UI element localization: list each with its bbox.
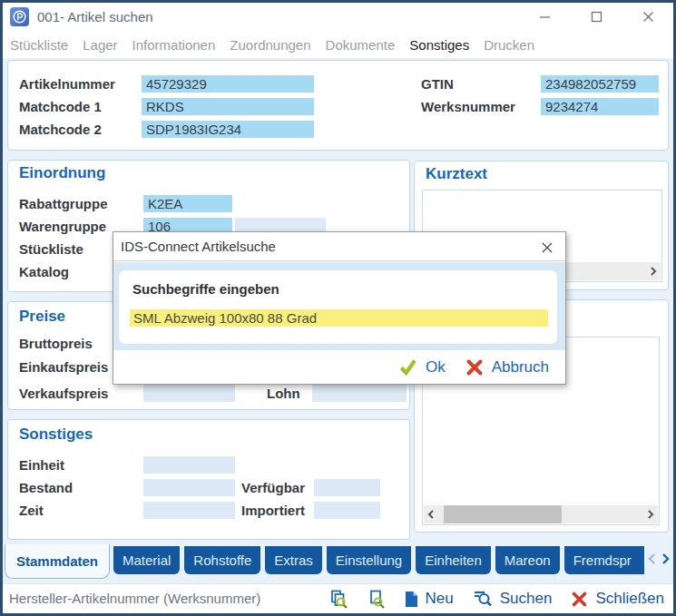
suchen-label: Suchen: [500, 590, 553, 608]
dialog-title: IDS-Connect Artikelsuche: [121, 232, 276, 261]
dialog-prompt: Suchbegriffe eingeben: [132, 281, 279, 297]
rabattgruppe-label: Rabattgruppe: [19, 195, 108, 213]
matchcode2-field[interactable]: SDP1983IG234: [142, 121, 314, 138]
artikelnummer-field[interactable]: 45729329: [142, 75, 314, 93]
lohn-label: Lohn: [267, 385, 300, 403]
tab-stammdaten[interactable]: Stammdaten: [5, 544, 110, 579]
documents-magnifier-icon: [329, 590, 348, 609]
zeit-field[interactable]: [143, 502, 235, 519]
minimize-button[interactable]: [531, 3, 558, 31]
matchcode1-label: Matchcode 1: [19, 98, 102, 116]
menu-drucken[interactable]: Drucken: [484, 37, 534, 53]
document-icon: [405, 591, 418, 608]
menu-stueckliste[interactable]: Stückliste: [10, 37, 68, 53]
einordnung-title: Einordnung: [19, 164, 105, 182]
verfuegbar-field[interactable]: [314, 479, 380, 496]
sonstiges-panel: Sonstiges Einheit Bestand Zeit Verfügbar…: [7, 419, 410, 540]
rabattgruppe-field[interactable]: K2EA: [143, 195, 232, 212]
bestand-label: Bestand: [19, 479, 73, 497]
importiert-label: Importiert: [241, 502, 305, 520]
menu-sonstiges[interactable]: Sonstiges: [409, 37, 469, 53]
zeit-label: Zeit: [19, 502, 44, 520]
check-icon: [398, 358, 417, 376]
window-title: 001- Artikel suchen: [37, 3, 153, 31]
katalog-label: Katalog: [19, 263, 69, 281]
tab-scroll-left-icon[interactable]: [645, 551, 658, 567]
neu-button[interactable]: Neu: [405, 590, 454, 608]
search-icon: [473, 590, 493, 608]
scroll-track[interactable]: [438, 505, 643, 523]
stueckliste-label: Stückliste: [19, 240, 83, 259]
matchcode1-field[interactable]: RKDS: [142, 98, 314, 115]
einkaufspreis-label: Einkaufspreis: [19, 358, 108, 376]
langtext-hscrollbar[interactable]: [424, 505, 658, 523]
chevron-right-icon[interactable]: [646, 262, 661, 280]
tab-bar: Material Rohstoffe Extras Einstellung Ei…: [113, 546, 644, 574]
abbruch-label: Abbruch: [492, 358, 549, 376]
bestand-field[interactable]: [143, 479, 235, 496]
sonstiges-title: Sonstiges: [19, 425, 93, 444]
close-button[interactable]: [634, 3, 661, 31]
dialog-titlebar: IDS-Connect Artikelsuche: [113, 232, 565, 261]
statusbar: Hersteller-Artikelnummer (Werksnummer) N…: [3, 583, 673, 613]
ok-label: Ok: [426, 358, 446, 376]
tab-rohstoffe[interactable]: Rohstoffe: [184, 546, 260, 574]
werksnummer-field[interactable]: 9234274: [541, 98, 659, 115]
copy-search-button[interactable]: [329, 590, 348, 609]
verkaufspreis-label: Verkaufspreis: [19, 385, 108, 403]
suchen-button[interactable]: Suchen: [473, 590, 553, 608]
artikelnummer-label: Artikelnummer: [19, 75, 115, 93]
matchcode2-label: Matchcode 2: [19, 121, 102, 139]
dialog-body: Suchbegriffe eingeben SML Abzweig 100x80…: [113, 262, 565, 350]
tab-extras[interactable]: Extras: [265, 546, 322, 574]
app-logo-icon: [10, 7, 29, 26]
search-term-input[interactable]: SML Abzweig 100x80 88 Grad: [130, 309, 548, 327]
schliessen-button[interactable]: Schließen: [571, 590, 664, 608]
bruttopreis-label: Bruttopreis: [19, 335, 93, 353]
verfuegbar-label: Verfügbar: [241, 479, 305, 497]
menu-informationen[interactable]: Informationen: [132, 37, 216, 53]
tab-einheiten[interactable]: Einheiten: [416, 546, 491, 574]
document-magnifier-icon: [367, 590, 386, 609]
status-hint: Hersteller-Artikelnummer (Werksnummer): [9, 584, 260, 613]
neu-label: Neu: [426, 590, 454, 608]
dialog-inner-panel: Suchbegriffe eingeben SML Abzweig 100x80…: [119, 270, 557, 344]
dialog-footer: Ok Abbruch: [113, 350, 565, 384]
chevron-right-icon[interactable]: [643, 505, 658, 523]
menubar: Stückliste Lager Informationen Zuordnung…: [3, 31, 673, 58]
tab-scroll-right-icon[interactable]: [659, 551, 671, 567]
ok-button[interactable]: Ok: [398, 358, 446, 376]
menu-lager[interactable]: Lager: [83, 37, 117, 53]
menu-zuordnungen[interactable]: Zuordnungen: [230, 37, 310, 53]
kurztext-title: Kurztext: [426, 165, 487, 183]
app-window: 001- Artikel suchen Stückliste Lager Inf…: [0, 0, 676, 616]
ids-connect-dialog: IDS-Connect Artikelsuche Suchbegriffe ei…: [113, 231, 566, 385]
werksnummer-label: Werksnummer: [421, 98, 515, 116]
abbruch-button[interactable]: Abbruch: [465, 358, 549, 376]
schliessen-label: Schließen: [595, 590, 664, 608]
einheit-field[interactable]: [143, 456, 235, 474]
tab-einstellung[interactable]: Einstellung: [327, 546, 411, 574]
maximize-button[interactable]: [583, 3, 610, 31]
warengruppe-label: Warengruppe: [19, 218, 106, 236]
menu-dokumente[interactable]: Dokumente: [326, 37, 396, 53]
doc-search-button[interactable]: [367, 590, 386, 609]
importiert-field[interactable]: [314, 502, 380, 519]
tab-fremdsprachen[interactable]: Fremdspr: [564, 546, 644, 574]
einheit-label: Einheit: [19, 456, 64, 474]
red-cross-icon: [571, 591, 588, 608]
identification-panel: Artikelnummer 45729329 Matchcode 1 RKDS …: [7, 60, 669, 151]
scroll-thumb[interactable]: [444, 505, 562, 523]
verkaufspreis-field[interactable]: [143, 385, 235, 402]
gtin-label: GTIN: [421, 75, 454, 93]
preise-title: Preise: [19, 308, 65, 326]
titlebar: 001- Artikel suchen: [3, 3, 673, 31]
lohn-field[interactable]: [312, 385, 407, 402]
red-cross-icon: [465, 358, 484, 376]
gtin-field[interactable]: 234982052759: [541, 75, 659, 93]
tab-mareon[interactable]: Mareon: [495, 546, 560, 574]
status-actions: Neu Suchen Schließen: [329, 584, 664, 613]
chevron-left-icon[interactable]: [424, 505, 438, 523]
tab-material[interactable]: Material: [113, 546, 180, 574]
dialog-close-button[interactable]: [540, 240, 554, 255]
